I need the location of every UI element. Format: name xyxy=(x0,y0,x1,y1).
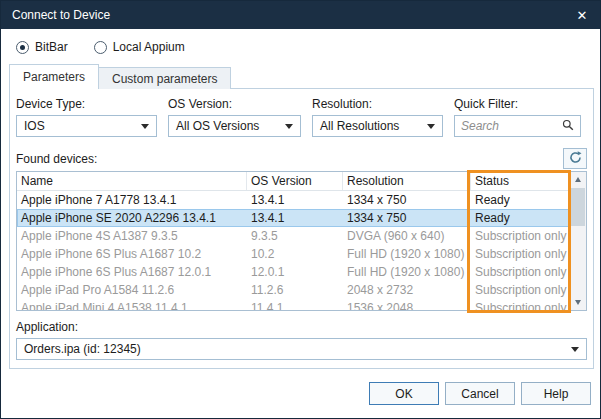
refresh-icon xyxy=(569,151,582,167)
cell-name: Apple iPhone 6S Plus A1687 12.0.1 xyxy=(17,265,247,279)
connection-mode-group: BitBar Local Appium xyxy=(16,40,185,54)
cell-name: Apple iPhone 4S A1387 9.3.5 xyxy=(17,229,247,243)
found-devices-row: Found devices: xyxy=(16,148,587,169)
os-version-select[interactable]: All OS Versions xyxy=(168,115,301,137)
radio-selected-icon xyxy=(16,41,29,54)
cell-name: Apple iPhone 6S Plus A1687 10.2 xyxy=(17,247,247,261)
table-row[interactable]: Apple iPad Mini 4 A1538 11.4.1 11.4.1 15… xyxy=(17,299,569,310)
found-devices-label: Found devices: xyxy=(16,152,97,169)
os-version-filter: OS Version: All OS Versions xyxy=(168,97,301,137)
cell-status: Ready xyxy=(471,211,569,225)
cell-os-version: 13.4.1 xyxy=(247,193,343,207)
cell-os-version: 11.4.1 xyxy=(247,301,343,310)
radio-bitbar[interactable]: BitBar xyxy=(16,40,68,54)
radio-local-appium[interactable]: Local Appium xyxy=(94,40,185,54)
vertical-scrollbar[interactable] xyxy=(569,172,586,310)
cell-resolution: 2048 x 2732 xyxy=(343,283,471,297)
device-type-label: Device Type: xyxy=(16,97,157,111)
table-row[interactable]: Apple iPhone 6S Plus A1687 10.2 10.2 Ful… xyxy=(17,245,569,263)
cell-os-version: 10.2 xyxy=(247,247,343,261)
close-icon[interactable]: ✕ xyxy=(564,1,600,29)
application-value: Orders.ipa (id: 12345) xyxy=(24,342,141,356)
column-header-resolution[interactable]: Resolution xyxy=(343,172,471,190)
devices-table-header: Name OS Version Resolution Status xyxy=(17,172,569,191)
table-row-selected[interactable]: Apple iPhone SE 2020 A2296 13.4.1 13.4.1… xyxy=(17,209,569,227)
device-type-select[interactable]: IOS xyxy=(16,115,157,137)
column-header-status[interactable]: Status xyxy=(471,172,569,190)
chevron-down-icon xyxy=(427,124,435,129)
radio-local-appium-label: Local Appium xyxy=(113,40,185,54)
table-row[interactable]: Apple iPhone 6S Plus A1687 12.0.1 12.0.1… xyxy=(17,263,569,281)
search-icon xyxy=(562,119,574,134)
cell-name: Apple iPad Pro A1584 11.2.6 xyxy=(17,283,247,297)
chevron-down-icon xyxy=(141,124,149,129)
cell-os-version: 9.3.5 xyxy=(247,229,343,243)
application-select[interactable]: Orders.ipa (id: 12345) xyxy=(16,338,587,360)
cell-name: Apple iPhone 7 A1778 13.4.1 xyxy=(17,193,247,207)
cell-status: Subscription only xyxy=(471,283,569,297)
column-header-os-version[interactable]: OS Version xyxy=(247,172,343,190)
cell-status: Subscription only xyxy=(471,301,569,310)
dialog-buttons: OK Cancel Help xyxy=(369,382,591,405)
table-row[interactable]: Apple iPhone 7 A1778 13.4.1 13.4.1 1334 … xyxy=(17,191,569,209)
os-version-label: OS Version: xyxy=(168,97,301,111)
cell-name: Apple iPhone SE 2020 A2296 13.4.1 xyxy=(17,211,247,225)
tab-bar: Parameters Custom parameters xyxy=(9,64,231,89)
resolution-filter: Resolution: All Resolutions xyxy=(312,97,443,137)
cell-status: Ready xyxy=(471,193,569,207)
cell-os-version: 12.0.1 xyxy=(247,265,343,279)
refresh-button[interactable] xyxy=(563,148,587,169)
os-version-value: All OS Versions xyxy=(176,119,259,133)
tab-custom-parameters[interactable]: Custom parameters xyxy=(99,67,231,89)
help-button[interactable]: Help xyxy=(521,382,591,405)
cell-os-version: 11.2.6 xyxy=(247,283,343,297)
cell-resolution: Full HD (1920 x 1080) xyxy=(343,247,471,261)
filter-row: Device Type: IOS OS Version: All OS Vers… xyxy=(16,97,587,137)
dialog-title: Connect to Device xyxy=(12,8,564,22)
titlebar: Connect to Device ✕ xyxy=(1,1,600,29)
resolution-value: All Resolutions xyxy=(320,119,399,133)
chevron-down-icon xyxy=(571,347,579,352)
cell-os-version: 13.4.1 xyxy=(247,211,343,225)
application-label: Application: xyxy=(16,320,587,334)
cell-status: Subscription only xyxy=(471,265,569,279)
radio-unselected-icon xyxy=(94,41,107,54)
tab-parameters[interactable]: Parameters xyxy=(9,64,99,89)
cell-status: Subscription only xyxy=(471,229,569,243)
connect-to-device-dialog: Connect to Device ✕ BitBar Local Appium … xyxy=(0,0,601,419)
parameters-panel: Device Type: IOS OS Version: All OS Vers… xyxy=(9,88,594,369)
chevron-down-icon xyxy=(285,124,293,129)
cell-name: Apple iPad Mini 4 A1538 11.4.1 xyxy=(17,301,247,310)
quick-filter: Quick Filter: xyxy=(454,97,581,137)
scrollbar-thumb[interactable] xyxy=(571,188,585,226)
cell-resolution: 1536 x 2048 xyxy=(343,301,471,310)
devices-table: Name OS Version Resolution Status Apple … xyxy=(16,171,587,311)
quick-filter-box xyxy=(454,115,581,137)
device-type-filter: Device Type: IOS xyxy=(16,97,157,137)
scroll-down-icon[interactable] xyxy=(570,295,586,310)
quick-filter-input[interactable] xyxy=(461,119,562,133)
radio-bitbar-label: BitBar xyxy=(35,40,68,54)
cell-resolution: 1334 x 750 xyxy=(343,193,471,207)
column-header-name[interactable]: Name xyxy=(17,172,247,190)
cell-resolution: 1334 x 750 xyxy=(343,211,471,225)
resolution-select[interactable]: All Resolutions xyxy=(312,115,443,137)
table-row[interactable]: Apple iPhone 4S A1387 9.3.5 9.3.5 DVGA (… xyxy=(17,227,569,245)
table-row[interactable]: Apple iPad Pro A1584 11.2.6 11.2.6 2048 … xyxy=(17,281,569,299)
scroll-up-icon[interactable] xyxy=(570,172,586,187)
resolution-label: Resolution: xyxy=(312,97,443,111)
cell-resolution: DVGA (960 x 640) xyxy=(343,229,471,243)
device-type-value: IOS xyxy=(24,119,45,133)
cancel-button[interactable]: Cancel xyxy=(445,382,515,405)
cell-resolution: Full HD (1920 x 1080) xyxy=(343,265,471,279)
quick-filter-label: Quick Filter: xyxy=(454,97,581,111)
ok-button[interactable]: OK xyxy=(369,382,439,405)
cell-status: Subscription only xyxy=(471,247,569,261)
devices-table-columns: Name OS Version Resolution Status Apple … xyxy=(17,172,569,310)
